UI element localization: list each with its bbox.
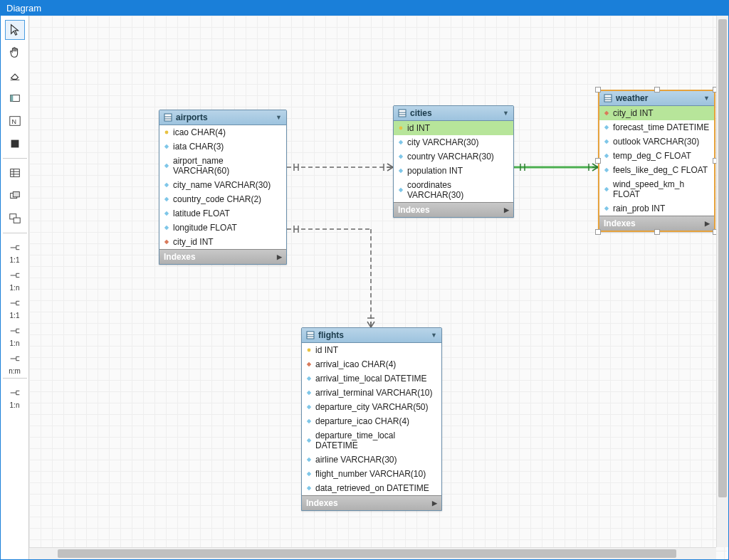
entity-column[interactable]: id INT <box>394 121 513 135</box>
column-text: city VARCHAR(30) <box>407 137 478 147</box>
column-text: iata CHAR(3) <box>173 142 224 152</box>
tool-rel-existing[interactable] <box>5 383 25 403</box>
chevron-down-icon: ▼ <box>503 110 509 117</box>
entity-column[interactable]: country_code CHAR(2) <box>159 192 286 206</box>
entity-header[interactable]: weather▼ <box>599 91 714 106</box>
tool-rel-1-1[interactable] <box>5 238 25 258</box>
entity-column[interactable]: arrival_time_local DATETIME <box>302 371 441 386</box>
svg-rect-6 <box>10 169 19 177</box>
entity-column[interactable]: wind_speed_km_h FLOAT <box>599 177 714 201</box>
svg-marker-97 <box>307 486 311 490</box>
column-text: icao CHAR(4) <box>173 127 226 137</box>
entity-column[interactable]: iata CHAR(3) <box>159 139 286 154</box>
entity-column[interactable]: forecast_time DATETIME <box>599 120 714 134</box>
svg-marker-61 <box>164 164 169 168</box>
column-text: latitude FLOAT <box>173 208 230 218</box>
entity-header[interactable]: cities▼ <box>394 106 513 121</box>
svg-marker-73 <box>399 169 403 173</box>
chevron-right-icon: ▶ <box>277 253 282 260</box>
entity-cities[interactable]: cities▼id INTcity VARCHAR(30)country VAR… <box>393 105 514 218</box>
indexes-label: Indexes <box>306 498 338 508</box>
tool-view[interactable] <box>5 186 25 206</box>
entity-column[interactable]: temp_deg_C FLOAT <box>599 149 714 163</box>
entity-column[interactable]: coordinates VARCHAR(30) <box>394 178 513 202</box>
tool-hand[interactable] <box>5 43 25 63</box>
entity-flights[interactable]: flights▼id INTarrival_icao CHAR(4)arriva… <box>301 327 442 511</box>
chevron-down-icon: ▼ <box>703 95 710 102</box>
entity-column[interactable]: departure_time_local DATETIME <box>302 428 441 453</box>
selection-handle[interactable] <box>595 87 601 93</box>
entity-header[interactable]: airports▼ <box>159 110 286 125</box>
tool-erase[interactable] <box>5 65 25 85</box>
entity-indexes[interactable]: Indexes▶ <box>159 249 286 264</box>
entity-column[interactable]: airline VARCHAR(30) <box>302 453 441 467</box>
svg-marker-83 <box>604 187 609 191</box>
entity-column[interactable]: country VARCHAR(30) <box>394 149 513 164</box>
column-text: country_code CHAR(2) <box>173 194 261 204</box>
selection-handle[interactable] <box>595 229 601 235</box>
entity-title: flights <box>318 330 344 340</box>
entity-column[interactable]: airport_name VARCHAR(60) <box>159 154 286 178</box>
entity-indexes[interactable]: Indexes▶ <box>599 216 714 231</box>
entity-indexes[interactable]: Indexes▶ <box>394 202 513 217</box>
tool-pointer[interactable] <box>5 20 25 40</box>
tool-layer[interactable] <box>5 134 25 154</box>
entity-column[interactable]: flight_number VARCHAR(10) <box>302 467 441 481</box>
selection-handle[interactable] <box>595 158 601 164</box>
entity-column[interactable]: latitude FLOAT <box>159 206 286 221</box>
svg-marker-66 <box>164 240 169 244</box>
diagram-canvas[interactable]: airports▼icao CHAR(4)iata CHAR(3)airport… <box>29 16 727 559</box>
entity-column[interactable]: feels_like_deg_C FLOAT <box>599 163 714 177</box>
svg-line-46 <box>592 164 598 167</box>
entity-column[interactable]: city VARCHAR(30) <box>394 135 513 149</box>
tool-object-select[interactable] <box>5 88 25 108</box>
svg-marker-63 <box>164 197 169 201</box>
entity-column[interactable]: longitude FLOAT <box>159 221 286 235</box>
indexes-label: Indexes <box>398 205 430 215</box>
entity-column[interactable]: outlook VARCHAR(30) <box>599 134 714 149</box>
selection-handle[interactable] <box>654 87 660 93</box>
svg-rect-5 <box>11 140 19 148</box>
entity-column[interactable]: icao CHAR(4) <box>159 125 286 139</box>
svg-line-52 <box>367 322 371 327</box>
entity-column[interactable]: arrival_icao CHAR(4) <box>302 357 441 371</box>
scrollbar-horizontal[interactable] <box>29 547 716 559</box>
tool-rel-1-1-id[interactable] <box>5 293 25 313</box>
entity-column[interactable]: rain_prob INT <box>599 201 714 216</box>
tool-table[interactable] <box>5 163 25 183</box>
svg-marker-89 <box>307 362 311 366</box>
selection-handle[interactable] <box>654 229 660 235</box>
entity-column[interactable]: id INT <box>302 343 441 357</box>
column-text: airline VARCHAR(30) <box>315 455 397 465</box>
svg-text:N: N <box>11 118 16 125</box>
tool-rel-n-m[interactable] <box>5 349 25 369</box>
entity-header[interactable]: flights▼ <box>302 328 441 343</box>
table-icon <box>306 331 315 339</box>
svg-marker-94 <box>307 438 311 443</box>
entity-airports[interactable]: airports▼icao CHAR(4)iata CHAR(3)airport… <box>159 110 287 265</box>
column-text: arrival_time_local DATETIME <box>315 374 426 384</box>
svg-rect-67 <box>399 110 406 117</box>
entity-column[interactable]: city_id INT <box>599 106 714 120</box>
entity-column[interactable]: data_retrieved_on DATETIME <box>302 481 441 495</box>
entity-column[interactable]: population INT <box>394 164 513 178</box>
entity-indexes[interactable]: Indexes▶ <box>302 495 441 510</box>
scrollbar-vertical[interactable] <box>716 16 728 547</box>
tool-label: 1:n <box>10 401 20 409</box>
svg-marker-60 <box>164 144 169 149</box>
entity-column[interactable]: departure_icao CHAR(4) <box>302 414 441 428</box>
entity-column[interactable]: arrival_terminal VARCHAR(10) <box>302 386 441 400</box>
entity-weather[interactable]: weather▼city_id INTforecast_time DATETIM… <box>598 90 715 232</box>
svg-point-88 <box>308 349 311 352</box>
tool-rel-1-n[interactable] <box>5 265 25 285</box>
entity-column[interactable]: city_id INT <box>159 235 286 249</box>
tool-text[interactable]: N <box>5 111 25 131</box>
tool-rel-1-n-id[interactable] <box>5 321 25 341</box>
window-title: Diagram <box>1 1 728 16</box>
column-text: airport_name VARCHAR(60) <box>173 156 282 176</box>
entity-column[interactable]: departure_city VARCHAR(50) <box>302 400 441 414</box>
tool-label: 1:1 <box>10 312 20 319</box>
tool-routine-group[interactable] <box>5 208 25 228</box>
svg-rect-75 <box>604 95 612 102</box>
entity-column[interactable]: city_name VARCHAR(30) <box>159 178 286 192</box>
